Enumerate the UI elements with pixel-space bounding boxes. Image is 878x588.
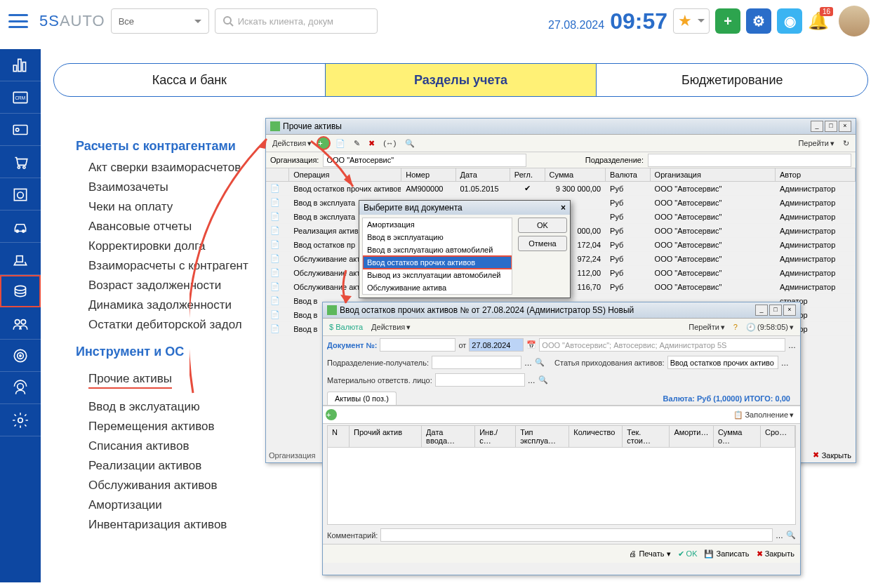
maximize-icon[interactable]: □ [825,121,837,132]
org-input[interactable] [323,154,526,167]
menu-item[interactable]: Взаиморасчеты с контрагент [88,259,272,273]
list-item[interactable]: Обслуживание актива [363,281,512,294]
search-icon[interactable]: 🔍 [786,530,796,540]
close-icon[interactable]: × [561,203,566,213]
save-button[interactable]: 💾 Записать [704,549,749,559]
maximize-icon[interactable]: □ [769,305,782,316]
nav-icon[interactable]: (↔) [380,137,399,149]
settings-button[interactable]: ⚙ [746,8,771,34]
sidebar-team[interactable] [0,307,41,340]
window-title[interactable]: Прочие активы _ □ × [266,119,856,135]
notifications-button[interactable]: 🔔16 [808,11,829,31]
doc-number-input[interactable] [380,338,455,352]
article-input[interactable] [667,356,778,369]
sidebar-crm[interactable]: CRM [0,81,41,114]
sidebar-settings[interactable] [0,404,41,436]
actions-menu[interactable]: Действия ▾ [368,321,414,334]
menu-item[interactable]: Акт сверки взаиморасчетов [88,161,272,175]
close-button[interactable]: ✖ Закрыть [757,549,794,559]
favorites-button[interactable]: ★ [673,8,710,34]
minimize-icon[interactable]: _ [811,121,823,132]
list-item[interactable]: Ввод в эксплуатацию [363,231,512,243]
tab-accounting[interactable]: Разделы учета [326,64,597,96]
print-button[interactable]: 🖨 Печать ▾ [629,549,670,559]
sidebar-support[interactable] [0,372,41,404]
menu-item[interactable]: Динамика задолженности [88,298,272,312]
sidebar-calendar[interactable] [0,178,41,211]
goto-menu[interactable]: Перейти ▾ [794,137,838,150]
tab-cash[interactable]: Касса и банк [54,64,326,96]
menu-item[interactable]: Списания активов [88,439,272,453]
ok-button[interactable]: OK [518,218,567,233]
close-icon[interactable]: × [839,121,851,132]
modal-list[interactable]: АмортизацияВвод в эксплуатациюВвод в экс… [362,218,512,295]
dept-input[interactable] [648,154,851,167]
add-row-icon[interactable]: + [326,409,337,420]
calendar-icon[interactable]: 📅 [526,340,536,349]
menu-item[interactable]: Обслуживания активов [88,479,272,493]
modal-title[interactable]: Выберите вид документа× [359,201,570,215]
tab-budget[interactable]: Бюджетирование [597,64,867,96]
help-icon[interactable]: ? [730,321,741,333]
list-item[interactable]: Ввод остатков прочих активов [363,256,512,269]
avatar[interactable] [839,6,870,36]
close-icon[interactable]: × [783,305,796,316]
menu-item[interactable]: Амортизации [88,498,272,512]
list-item[interactable]: Ввод в эксплуатацию автомобилей [363,243,512,256]
refresh-icon[interactable]: 🔍 [401,137,418,150]
menu-item[interactable]: Чеки на оплату [88,200,272,214]
help-button[interactable]: ◉ [777,8,802,34]
list-item[interactable]: Амортизация [363,218,512,231]
more-icon[interactable]: … [524,359,532,367]
more-icon[interactable]: … [781,359,789,367]
menu-item[interactable]: Ввод в экслуатацию [88,400,272,414]
sidebar-car[interactable] [0,211,41,243]
delete-icon[interactable]: ✖ [365,137,378,150]
menu-icon[interactable] [8,14,28,28]
sidebar-warehouse[interactable] [0,243,41,275]
table-row[interactable]: 📄Ввод остатков прочих активовAM90000001.… [266,182,856,196]
menu-item[interactable]: Инвентаризация активов [88,518,272,532]
add-button[interactable]: + [715,8,740,34]
menu-item[interactable]: Перемещения активов [88,420,272,434]
currency-button[interactable]: $ Валюта [326,321,366,333]
sidebar-reports[interactable] [0,49,41,81]
search-input[interactable]: Искать клиента, докум [215,8,378,34]
search-icon[interactable]: 🔍 [538,375,548,385]
more-icon[interactable]: … [528,376,536,385]
context-input[interactable] [539,338,785,352]
doc-date-input[interactable] [469,338,524,352]
window-title[interactable]: Ввод остатков прочих активов № от 27.08.… [323,302,800,319]
menu-item[interactable]: Взаимозачеты [88,180,272,194]
menu-item[interactable]: Реализации активов [88,459,272,473]
ok-button[interactable]: ✔ OK [678,549,698,559]
comment-input[interactable] [380,528,773,542]
close-button[interactable]: ✖Закрыть [813,450,851,460]
minimize-icon[interactable]: _ [755,305,768,316]
add-icon[interactable]: + [317,136,331,150]
copy-icon[interactable]: 📄 [332,137,349,150]
more-icon[interactable]: … [788,341,796,349]
sidebar-target[interactable] [0,340,41,372]
scope-dropdown[interactable]: Все [111,8,209,34]
sidebar-cart[interactable] [0,146,41,178]
menu-item[interactable]: Авансовые отчеты [88,220,272,234]
search-icon[interactable]: 🔍 [535,358,545,367]
menu-item[interactable]: Возраст задолженности [88,279,272,293]
goto-menu[interactable]: Перейти ▾ [685,321,729,334]
sidebar-clients[interactable] [0,114,41,146]
doc-grid[interactable]: N Прочий актив Дата ввода… Инв./ с… Тип … [327,425,796,525]
dept-input[interactable] [432,356,521,369]
sidebar-money[interactable] [0,275,41,307]
refresh2-icon[interactable]: ↻ [839,137,853,150]
more-icon[interactable]: … [776,531,783,540]
list-item[interactable]: Вывод из эксплуатации автомобилей [363,269,512,281]
time-button[interactable]: 🕘 (9:58:05) ▾ [743,321,797,334]
cancel-button[interactable]: Отмена [518,236,567,251]
fill-menu[interactable]: 📋 Заполнение ▾ [730,408,797,422]
edit-icon[interactable]: ✎ [350,137,364,150]
menu-item-active[interactable]: Прочие активы [88,372,172,389]
menu-item[interactable]: Остатки дебиторской задол [88,318,272,332]
mol-input[interactable] [435,373,525,387]
menu-item[interactable]: Корректировки долга [88,239,272,253]
